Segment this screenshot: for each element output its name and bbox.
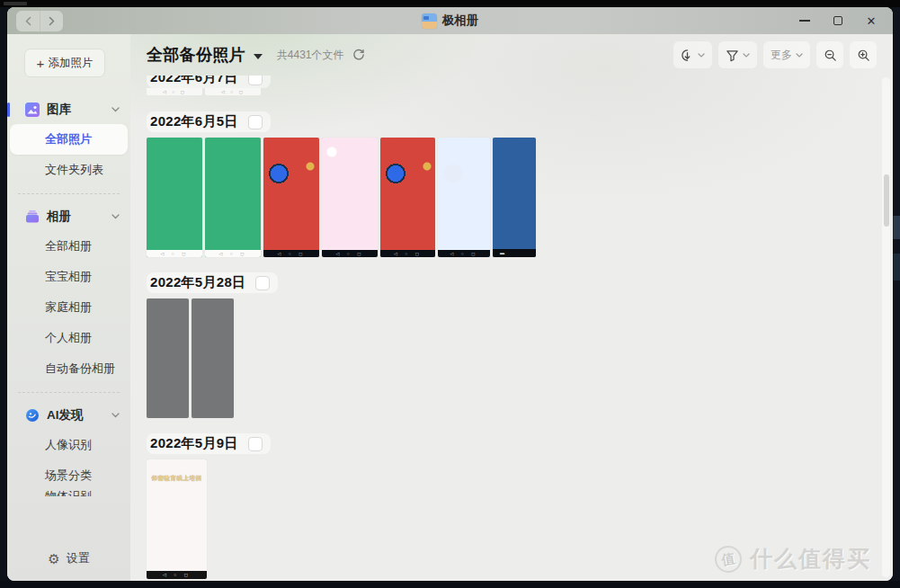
sidebar: + 添加照片 图库 全部照片 文件夹列表 xyxy=(7,34,130,581)
photo-row xyxy=(147,138,877,257)
watermark-badge: 值 xyxy=(713,543,744,575)
maximize-icon xyxy=(833,16,842,25)
sidebar-item-face-recognition[interactable]: 人像识别 xyxy=(7,430,130,460)
maximize-button[interactable] xyxy=(831,13,845,28)
settings-label: 设置 xyxy=(67,550,90,566)
section-label: 相册 xyxy=(47,209,71,225)
ai-discovery-icon xyxy=(25,408,40,423)
thumbnail-banner-text: 保密教育线上培训 xyxy=(147,475,207,483)
sidebar-item-auto-backup-album[interactable]: 自动备份相册 xyxy=(7,353,130,384)
background-window-band xyxy=(893,254,900,281)
active-section-indicator xyxy=(7,102,10,117)
albums-icon xyxy=(25,209,40,224)
zoom-in-button[interactable] xyxy=(850,41,877,68)
add-photos-label: 添加照片 xyxy=(48,56,93,71)
toolbar: 更多 xyxy=(673,41,877,68)
photo-thumbnail[interactable] xyxy=(205,138,261,257)
chevron-down-icon xyxy=(698,53,705,58)
chevron-down-icon xyxy=(743,53,750,58)
group-checkbox[interactable] xyxy=(248,437,263,451)
sidebar-section-albums[interactable]: 相册 xyxy=(7,202,130,231)
sidebar-section-gallery[interactable]: 图库 xyxy=(7,95,130,124)
close-icon: ✕ xyxy=(867,15,877,27)
sidebar-item-clipped[interactable]: 物体识别 xyxy=(7,491,130,496)
chevron-down-icon xyxy=(111,107,120,112)
forward-button[interactable] xyxy=(40,11,63,31)
chevron-down-icon xyxy=(796,53,803,58)
refresh-icon xyxy=(352,49,365,61)
caret-down-icon[interactable] xyxy=(254,54,263,59)
filter-button[interactable] xyxy=(718,41,757,68)
app-logo-icon xyxy=(422,13,437,29)
sidebar-item-baby-album[interactable]: 宝宝相册 xyxy=(7,262,130,292)
photo-thumbnail[interactable] xyxy=(192,298,234,418)
sidebar-item-all-albums[interactable]: 全部相册 xyxy=(7,231,130,262)
sidebar-section-ai-discovery[interactable]: AI发现 xyxy=(7,401,130,430)
date-header: 2022年5月28日 xyxy=(150,274,245,291)
section-label: AI发现 xyxy=(47,407,84,423)
desktop-right-strip xyxy=(893,7,900,581)
photo-thumbnail[interactable] xyxy=(493,138,536,257)
group-checkbox[interactable] xyxy=(248,115,263,129)
photo-thumbnail-sliver[interactable] xyxy=(147,88,202,95)
chevron-right-icon xyxy=(48,16,56,26)
photo-row xyxy=(147,298,877,418)
section-label: 图库 xyxy=(47,102,71,118)
sidebar-item-personal-album[interactable]: 个人相册 xyxy=(7,323,130,353)
photo-thumbnail[interactable] xyxy=(322,138,378,257)
plus-icon: + xyxy=(37,57,45,70)
photo-thumbnail[interactable] xyxy=(438,138,490,257)
minimize-button[interactable] xyxy=(798,13,812,28)
date-header: 2022年5月9日 xyxy=(150,435,238,452)
main-content: 全部备份照片 共4431个文件 更多 xyxy=(130,34,893,581)
date-header: 2022年6月5日 xyxy=(150,113,238,130)
watermark: 值 什么值得买 xyxy=(715,544,871,574)
background-window-band xyxy=(893,216,900,239)
photo-thumbnail-sliver[interactable] xyxy=(205,88,261,95)
divider xyxy=(18,392,120,393)
sidebar-item-scene-classification[interactable]: 场景分类 xyxy=(7,460,130,491)
sidebar-item-all-photos[interactable]: 全部照片 xyxy=(10,124,128,155)
zoom-in-icon xyxy=(857,49,870,62)
photo-thumbnail[interactable] xyxy=(147,138,202,257)
zoom-out-icon xyxy=(824,49,837,62)
chevron-down-icon xyxy=(111,214,120,219)
date-group: 2022年6月5日 xyxy=(147,111,877,257)
sidebar-item-folder-list[interactable]: 文件夹列表 xyxy=(7,155,130,185)
app-window: 极相册 ✕ + 添加照片 图库 全部照片 文件夹列表 xyxy=(7,7,893,581)
gear-icon: ⚙ xyxy=(48,552,59,566)
divider xyxy=(18,193,120,194)
more-label: 更多 xyxy=(771,48,792,63)
filter-icon xyxy=(726,49,739,62)
close-button[interactable]: ✕ xyxy=(864,13,878,28)
photo-thumbnail[interactable] xyxy=(380,138,435,257)
scrollbar-thumb[interactable] xyxy=(884,174,889,227)
zoom-out-button[interactable] xyxy=(816,41,843,68)
watermark-text: 什么值得买 xyxy=(750,544,871,574)
settings-button[interactable]: ⚙ 设置 xyxy=(7,550,130,566)
back-button[interactable] xyxy=(16,11,40,31)
photo-thumbnail[interactable] xyxy=(263,138,319,257)
minimize-icon xyxy=(799,20,810,22)
photo-thumbnail[interactable] xyxy=(147,298,189,418)
sort-button[interactable] xyxy=(673,41,712,68)
chevron-left-icon xyxy=(24,16,32,26)
photo-scroll-area[interactable]: 2022年6月7日 2022年6月5日 2022年5月28日 xyxy=(130,76,893,581)
gallery-icon xyxy=(25,102,40,117)
date-header: 2022年6月7日 xyxy=(150,76,238,86)
add-photos-button[interactable]: + 添加照片 xyxy=(25,49,104,76)
more-button[interactable]: 更多 xyxy=(763,41,810,68)
file-count: 共4431个文件 xyxy=(277,48,344,63)
photo-thumbnail[interactable]: 保密教育线上培训 xyxy=(147,459,207,579)
group-checkbox[interactable] xyxy=(248,76,263,85)
scrollbar[interactable] xyxy=(882,77,890,577)
group-checkbox[interactable] xyxy=(255,276,270,290)
sidebar-item-family-album[interactable]: 家庭相册 xyxy=(7,292,130,323)
chevron-down-icon xyxy=(111,413,120,418)
refresh-button[interactable] xyxy=(352,49,365,61)
desktop-top-strip xyxy=(0,0,900,7)
date-group-partial: 2022年6月7日 xyxy=(147,76,877,85)
desktop-bottom-strip xyxy=(0,581,900,588)
titlebar: 极相册 ✕ xyxy=(7,7,893,34)
page-title[interactable]: 全部备份照片 xyxy=(147,44,245,66)
